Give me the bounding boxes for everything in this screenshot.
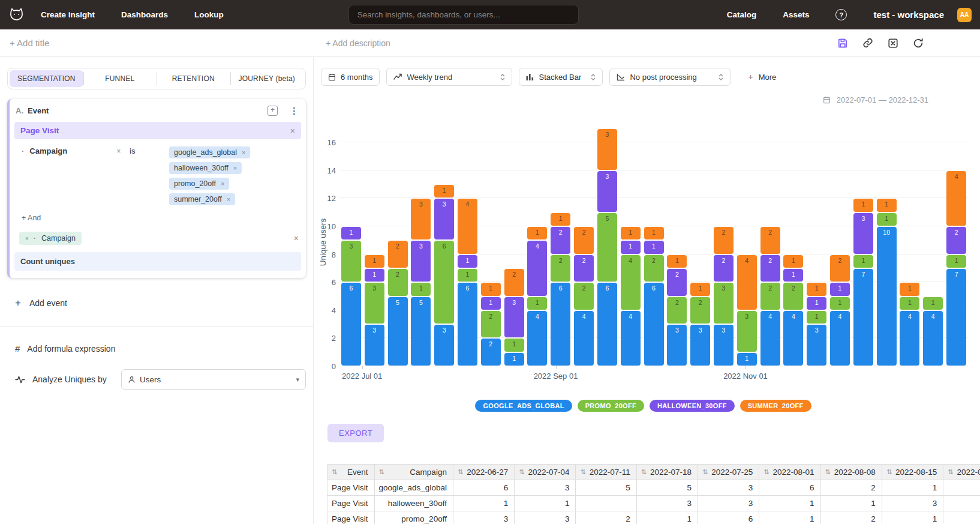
nav-item-lookup[interactable]: Lookup xyxy=(194,10,224,19)
share-link-icon[interactable] xyxy=(862,38,873,49)
legend-pill-summer_20off[interactable]: SUMMER_20OFF xyxy=(740,400,811,412)
sort-icon[interactable]: ⇅ xyxy=(825,468,831,476)
bar-segment-promo_20off-2022-11-28[interactable]: 1 xyxy=(853,255,873,268)
bar-segment-promo_20off-2022-08-22[interactable]: 1 xyxy=(527,297,547,310)
bar-segment-halloween_30off-2022-10-03[interactable]: 2 xyxy=(667,269,687,296)
sort-icon[interactable]: ⇅ xyxy=(641,468,647,476)
sort-icon[interactable]: ⇅ xyxy=(458,468,463,476)
table-header-2022-07-25[interactable]: ⇅2022-07-25 xyxy=(698,465,759,480)
bar-segment-google_ads_global-2022-09-19[interactable]: 4 xyxy=(621,311,641,366)
table-header-2022-08-01[interactable]: ⇅2022-08-01 xyxy=(759,465,820,480)
bar-segment-google_ads_global-2022-09-05[interactable]: 4 xyxy=(574,311,594,366)
remove-breakdown-icon[interactable]: × xyxy=(294,234,299,242)
table-header-campaign[interactable]: ⇅Campaign xyxy=(374,465,453,480)
bar-segment-halloween_30off-2022-07-25[interactable]: 3 xyxy=(434,199,454,239)
bar-segment-google_ads_global-2022-10-03[interactable]: 3 xyxy=(667,325,687,366)
bar-segment-summer_20off-2022-10-17[interactable]: 2 xyxy=(714,227,734,254)
bar-segment-google_ads_global-2022-06-27[interactable]: 6 xyxy=(341,283,361,366)
filter-operator[interactable]: is xyxy=(130,146,169,155)
bar-segment-promo_20off-2022-07-18[interactable]: 1 xyxy=(411,283,431,295)
post-processing-select[interactable]: No post processing xyxy=(609,68,731,86)
bar-segment-promo_20off-2022-11-14[interactable]: 1 xyxy=(807,311,826,324)
bar-segment-google_ads_global-2022-12-26[interactable]: 7 xyxy=(946,269,966,366)
aggregation-selector[interactable]: Count uniques xyxy=(14,252,301,271)
bar-segment-promo_20off-2022-07-25[interactable]: 6 xyxy=(434,241,454,324)
avatar[interactable]: AA xyxy=(957,8,972,22)
bar-segment-google_ads_global-2022-08-22[interactable]: 4 xyxy=(527,311,547,366)
table-header-2022-07-11[interactable]: ⇅2022-07-11 xyxy=(576,465,636,480)
legend-pill-halloween_30off[interactable]: HALLOWEEN_30OFF xyxy=(650,400,735,412)
filter-property[interactable]: ·Campaign xyxy=(22,146,116,155)
remove-value-icon[interactable]: × xyxy=(233,164,237,172)
tab-segmentation[interactable]: SEGMENTATION xyxy=(10,70,83,87)
bar-segment-google_ads_global-2022-08-15[interactable]: 1 xyxy=(504,353,524,366)
remove-event-icon[interactable]: × xyxy=(290,127,295,135)
bar-segment-halloween_30off-2022-09-19[interactable]: 1 xyxy=(621,241,641,253)
filter-value-chip[interactable]: halloween_30off× xyxy=(169,162,242,174)
bar-segment-summer_20off-2022-08-15[interactable]: 2 xyxy=(504,269,524,296)
add-event-button[interactable]: + Add event xyxy=(7,297,306,309)
bar-segment-promo_20off-2022-09-12[interactable]: 5 xyxy=(597,213,617,282)
add-title-button[interactable]: + Add title xyxy=(10,38,49,48)
bar-segment-promo_20off-2022-08-01[interactable]: 1 xyxy=(458,269,477,282)
nav-item-create-insight[interactable]: Create insight xyxy=(41,10,95,19)
bar-segment-google_ads_global-2022-08-08[interactable]: 2 xyxy=(481,339,501,366)
bar-segment-promo_20off-2022-07-11[interactable]: 2 xyxy=(388,269,408,296)
bar-segment-halloween_30off-2022-07-18[interactable]: 3 xyxy=(411,241,431,282)
remove-filter-icon[interactable]: × xyxy=(116,146,130,155)
bar-segment-google_ads_global-2022-11-07[interactable]: 4 xyxy=(783,311,803,366)
bar-segment-google_ads_global-2022-12-12[interactable]: 4 xyxy=(900,311,919,366)
bar-segment-promo_20off-2022-11-07[interactable]: 2 xyxy=(783,283,803,310)
bar-segment-promo_20off-2022-12-12[interactable]: 1 xyxy=(900,297,919,310)
remove-breakdown-chip-icon[interactable]: × xyxy=(25,235,29,242)
bar-segment-halloween_30off-2022-11-07[interactable]: 1 xyxy=(783,269,803,282)
bar-segment-summer_20off-2022-12-12[interactable]: 1 xyxy=(900,283,919,295)
bar-segment-summer_20off-2022-09-19[interactable]: 1 xyxy=(621,227,641,239)
bar-segment-halloween_30off-2022-11-14[interactable]: 1 xyxy=(807,297,826,310)
bar-segment-promo_20off-2022-06-27[interactable]: 3 xyxy=(341,241,361,282)
bar-segment-halloween_30off-2022-08-29[interactable]: 2 xyxy=(551,227,570,254)
date-preset-button[interactable]: 6 months xyxy=(321,68,380,86)
nav-item-assets[interactable]: Assets xyxy=(783,10,809,19)
bar-segment-promo_20off-2022-12-19[interactable]: 1 xyxy=(923,297,943,310)
trend-select[interactable]: Weekly trend xyxy=(386,68,512,86)
bar-segment-promo_20off-2022-12-26[interactable]: 1 xyxy=(946,255,966,268)
bar-segment-halloween_30off-2022-09-26[interactable]: 1 xyxy=(644,241,664,253)
bar-segment-summer_20off-2022-10-31[interactable]: 2 xyxy=(760,227,780,254)
bar-segment-summer_20off-2022-07-11[interactable]: 2 xyxy=(388,241,408,268)
add-filter-icon[interactable]: + xyxy=(267,106,278,116)
bar-segment-halloween_30off-2022-06-27[interactable]: 1 xyxy=(341,227,361,239)
save-icon[interactable] xyxy=(837,38,848,49)
export-button[interactable]: EXPORT xyxy=(327,424,384,442)
bar-segment-summer_20off-2022-08-08[interactable]: 1 xyxy=(481,283,501,295)
bar-segment-google_ads_global-2022-07-18[interactable]: 5 xyxy=(411,297,431,366)
bar-segment-promo_20off-2022-09-19[interactable]: 4 xyxy=(621,255,641,310)
bar-segment-promo_20off-2022-10-10[interactable]: 2 xyxy=(690,297,710,324)
bar-segment-google_ads_global-2022-12-05[interactable]: 10 xyxy=(877,227,897,366)
add-formula-button[interactable]: # Add formula expression xyxy=(7,343,306,354)
bar-segment-summer_20off-2022-10-24[interactable]: 4 xyxy=(737,255,757,310)
table-header-2022-08-22[interactable]: ⇅2022-08-22 xyxy=(943,465,980,480)
bar-segment-google_ads_global-2022-08-01[interactable]: 6 xyxy=(458,283,477,366)
bar-segment-summer_20off-2022-09-12[interactable]: 3 xyxy=(597,129,617,170)
bar-segment-promo_20off-2022-08-15[interactable]: 1 xyxy=(504,339,524,351)
add-description-button[interactable]: + Add description xyxy=(326,38,390,48)
bar-segment-summer_20off-2022-07-04[interactable]: 1 xyxy=(365,255,384,268)
search-input[interactable] xyxy=(348,5,579,25)
bar-segment-promo_20off-2022-09-05[interactable]: 2 xyxy=(574,283,594,310)
bar-segment-summer_20off-2022-08-22[interactable]: 1 xyxy=(527,227,547,239)
tab-funnel[interactable]: FUNNEL xyxy=(83,70,157,87)
event-selector[interactable]: Page Visit × xyxy=(14,122,301,139)
bar-segment-promo_20off-2022-12-05[interactable]: 1 xyxy=(877,213,897,226)
bar-segment-halloween_30off-2022-10-17[interactable]: 2 xyxy=(714,255,734,282)
bar-segment-promo_20off-2022-10-17[interactable]: 3 xyxy=(714,283,734,324)
sort-icon[interactable]: ⇅ xyxy=(580,468,585,476)
remove-value-icon[interactable]: × xyxy=(242,149,245,156)
bar-segment-google_ads_global-2022-10-31[interactable]: 4 xyxy=(760,311,780,366)
breakdown-chip[interactable]: × ·Campaign xyxy=(19,232,82,245)
table-header-2022-07-18[interactable]: ⇅2022-07-18 xyxy=(636,465,698,480)
bar-segment-summer_20off-2022-11-14[interactable]: 1 xyxy=(807,283,826,295)
workspace-name[interactable]: test - workspace xyxy=(873,10,944,20)
close-box-icon[interactable] xyxy=(888,38,898,49)
remove-value-icon[interactable]: × xyxy=(221,180,224,187)
